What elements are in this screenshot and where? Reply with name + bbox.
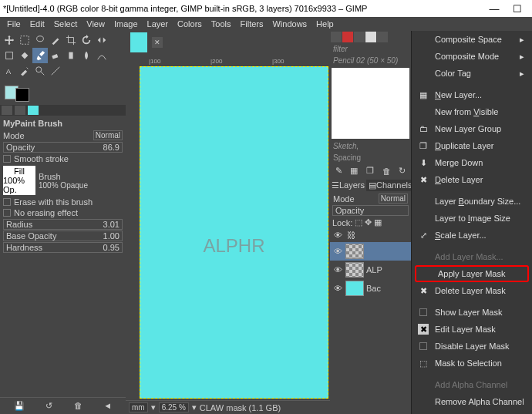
rtab-1[interactable]: [331, 32, 342, 42]
zoom-select[interactable]: 6.25 %: [159, 402, 189, 412]
radius-slider[interactable]: Radius3.01: [3, 219, 123, 230]
layer-thumb[interactable]: [345, 262, 364, 278]
maximize-icon[interactable]: ☐: [506, 3, 529, 15]
smudge-tool-icon[interactable]: [79, 48, 94, 63]
mode-select[interactable]: Normal: [93, 130, 123, 140]
image-thumb[interactable]: [130, 32, 147, 52]
layer-row-3[interactable]: 👁 ALP: [330, 261, 411, 279]
menu-help[interactable]: Help: [312, 19, 338, 29]
menu-edit[interactable]: Edit: [26, 19, 49, 29]
picker-tool-icon[interactable]: [17, 63, 32, 79]
lasso-tool-icon[interactable]: [32, 32, 48, 48]
menu-select[interactable]: Select: [50, 19, 82, 29]
menu-tools[interactable]: Tools: [207, 19, 235, 29]
ctx-apply-mask[interactable]: Apply Layer Mask: [415, 265, 529, 282]
erase-checkbox[interactable]: [3, 198, 11, 206]
bg-color[interactable]: [15, 88, 29, 102]
rotate-tool-icon[interactable]: [79, 32, 94, 48]
ctx-remove-alpha[interactable]: Remove Alpha Channel: [412, 393, 532, 410]
lock-pixels-icon[interactable]: ⬚: [355, 217, 362, 227]
layer-mode-select[interactable]: Normal: [379, 194, 408, 204]
delete-preset-icon[interactable]: 🗑: [74, 401, 82, 411]
brush-new-icon[interactable]: ▦: [350, 166, 358, 176]
brush-dup-icon[interactable]: ❐: [366, 166, 374, 176]
zoom-tool-icon[interactable]: [32, 63, 48, 79]
layer-row-2[interactable]: 👁: [330, 242, 411, 261]
smooth-checkbox[interactable]: [3, 155, 11, 163]
brush-edit-icon[interactable]: ✎: [335, 166, 342, 176]
ctx-new-layer[interactable]: ▦New Layer...: [412, 86, 532, 103]
eraser-tool-icon[interactable]: [48, 48, 63, 63]
hardness-slider[interactable]: Hardness0.95: [3, 242, 123, 253]
tab-2[interactable]: [15, 106, 25, 115]
rtab-3[interactable]: [354, 32, 365, 42]
ctx-delete-mask[interactable]: ✖Delete Layer Mask: [412, 282, 532, 299]
ctx-composite-space[interactable]: Composite Space▸: [412, 31, 532, 48]
minimize-icon[interactable]: —: [483, 3, 506, 15]
flip-tool-icon[interactable]: [94, 32, 109, 48]
brush-grid[interactable]: [332, 68, 409, 139]
brush-refresh-icon[interactable]: ↻: [399, 166, 406, 176]
ctx-edit-mask[interactable]: ✖Edit Layer Mask: [412, 321, 532, 338]
rtab-4[interactable]: [365, 32, 376, 42]
lock-alpha-icon[interactable]: ▦: [374, 217, 382, 227]
save-preset-icon[interactable]: 💾: [14, 401, 25, 411]
layer-thumb[interactable]: [345, 244, 364, 259]
close-image-icon[interactable]: ✕: [152, 37, 163, 48]
ctx-to-image[interactable]: Layer to Image Size: [412, 210, 532, 227]
layer-opacity[interactable]: Opacity: [332, 205, 409, 216]
menu-layer[interactable]: Layer: [143, 19, 173, 29]
ctx-show-mask[interactable]: Show Layer Mask: [412, 304, 532, 321]
crop-tool-icon[interactable]: [63, 32, 79, 48]
ctx-mask-to-sel[interactable]: ⬚Mask to Selection: [412, 355, 532, 372]
wand-tool-icon[interactable]: [48, 32, 63, 48]
text-tool-icon[interactable]: A: [2, 63, 17, 79]
restore-icon[interactable]: ↺: [45, 401, 52, 411]
rtab-5[interactable]: [377, 32, 388, 42]
ctx-new-group[interactable]: 🗀New Layer Group: [412, 120, 532, 137]
eye-icon[interactable]: 👁: [332, 264, 343, 275]
brush-preview[interactable]: Fill 100% Op.: [3, 166, 35, 195]
mypaint-brush-icon[interactable]: [32, 48, 48, 63]
layers-tab[interactable]: ☰Layers: [332, 180, 365, 190]
ctx-new-from-visible[interactable]: New from Visible: [412, 103, 532, 120]
rect-select-icon[interactable]: [17, 32, 32, 48]
move-tool-icon[interactable]: [2, 32, 17, 48]
menu-view[interactable]: View: [82, 19, 109, 29]
ctx-merge-down[interactable]: ⬇Merge Down: [412, 154, 532, 171]
bucket-tool-icon[interactable]: [17, 48, 32, 63]
menu-colors[interactable]: Colors: [173, 19, 206, 29]
ctx-scale[interactable]: ⤢Scale Layer...: [412, 227, 532, 244]
lock-pos-icon[interactable]: ✥: [365, 217, 372, 227]
tab-3[interactable]: [28, 106, 39, 115]
eye-icon[interactable]: 👁: [332, 283, 343, 294]
menu-file[interactable]: File: [3, 19, 25, 29]
eye-icon[interactable]: 👁: [332, 246, 343, 257]
reset-icon[interactable]: ◄: [103, 401, 112, 411]
layer-thumb[interactable]: [345, 281, 364, 296]
ctx-composite-mode[interactable]: Composite Mode▸: [412, 48, 532, 65]
rtab-2[interactable]: [342, 32, 353, 42]
ctx-alpha-to-sel[interactable]: ⬚Alpha to Selection: [412, 410, 532, 414]
ctx-boundary[interactable]: Layer Boundary Size...: [412, 193, 532, 210]
opacity-slider[interactable]: Opacity 86.9: [3, 142, 123, 153]
layer-row-4[interactable]: 👁 Bac: [330, 279, 411, 298]
menu-image[interactable]: Image: [110, 19, 142, 29]
ctx-disable-mask[interactable]: Disable Layer Mask: [412, 338, 532, 355]
baseop-slider[interactable]: Base Opacity1.00: [3, 231, 123, 241]
link-icon[interactable]: ⛓: [345, 230, 356, 241]
canvas[interactable]: ALPHR: [140, 66, 328, 399]
noerase-checkbox[interactable]: [3, 209, 11, 217]
menu-filters[interactable]: Filters: [237, 19, 268, 29]
path-tool-icon[interactable]: [94, 48, 109, 63]
ctx-duplicate[interactable]: ❐Duplicate Layer: [412, 137, 532, 154]
ctx-color-tag[interactable]: Color Tag▸: [412, 65, 532, 82]
clone-tool-icon[interactable]: [63, 48, 79, 63]
tab-1[interactable]: [2, 106, 12, 115]
measure-tool-icon[interactable]: [48, 63, 63, 79]
menu-windows[interactable]: Windows: [268, 19, 311, 29]
warp-tool-icon[interactable]: [2, 48, 17, 63]
layer-row-1[interactable]: 👁 ⛓: [330, 228, 411, 242]
channels-tab[interactable]: ▤Channels: [366, 180, 414, 191]
ctx-delete-layer[interactable]: ✖Delete Layer: [412, 171, 532, 188]
